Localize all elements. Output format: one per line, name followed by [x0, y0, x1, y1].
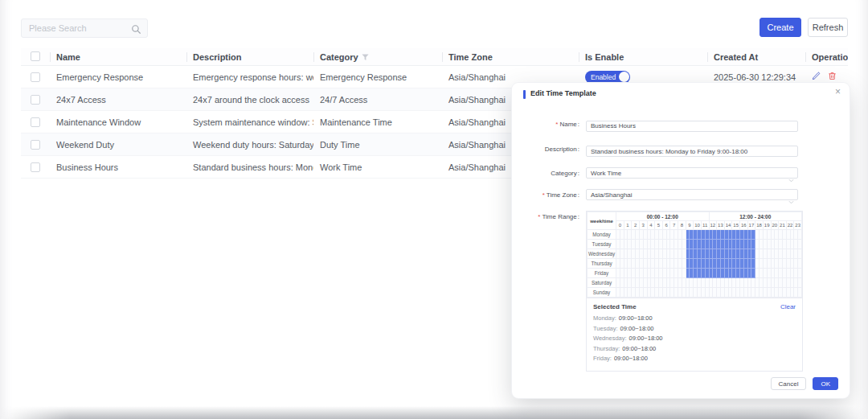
edit-time-template-modal: Edit Time Template × *Name: Description:… [512, 83, 850, 398]
time-cell[interactable] [798, 249, 802, 259]
clear-link[interactable]: Clear [780, 303, 796, 310]
grid-band-am: 00:00 - 12:00 [616, 212, 710, 221]
time-cell[interactable] [798, 269, 802, 278]
time-cell[interactable] [798, 259, 802, 269]
row-description: 24x7 around the clock access [186, 95, 313, 105]
row-checkbox[interactable] [31, 140, 40, 150]
grid-day-label: Monday [588, 230, 616, 240]
selected-time-panel: Selected Time Clear Monday:09:00~18:00Tu… [587, 298, 802, 371]
time-grid-table: week/time00:00 - 12:0012:00 - 24:0001234… [587, 212, 802, 298]
row-name: Business Hours [50, 162, 186, 172]
column-header-name: Name [50, 51, 186, 63]
row-checkbox-cell [21, 162, 50, 172]
column-header-category: Category [313, 51, 442, 63]
row-name: 24x7 Access [50, 95, 186, 105]
grid-hour-label: 2 [632, 221, 640, 230]
selected-time-title: Selected Time [593, 303, 637, 310]
row-category: Maintenance Time [313, 117, 442, 127]
category-select[interactable]: Work Time [586, 167, 798, 179]
selected-time-list: Monday:09:00~18:00Tuesday:09:00~18:00Wed… [593, 314, 796, 362]
create-button[interactable]: Create [760, 18, 801, 37]
row-checkbox-cell [21, 140, 50, 150]
row-checkbox[interactable] [31, 95, 40, 105]
description-field-row: Description: [518, 142, 838, 158]
row-category: Work Time [313, 162, 442, 172]
timezone-select[interactable]: Asia/Shanghai [586, 189, 798, 200]
title-accent-bar [523, 90, 526, 99]
description-field[interactable] [586, 146, 798, 157]
row-name: Maintenance Window [50, 117, 186, 127]
row-category: 24/7 Access [313, 95, 442, 105]
page: Create Refresh Name Description Category… [0, 0, 868, 419]
row-operation [805, 72, 848, 82]
grid-day-label: Sunday [588, 288, 616, 298]
grid-hour-label: 7 [670, 221, 678, 230]
name-field-row: *Name: [518, 117, 838, 132]
grid-hour-label: 12 [709, 221, 717, 230]
grid-hour-label: 15 [732, 221, 740, 230]
cancel-button[interactable]: Cancel [771, 377, 807, 390]
row-category: Duty Time [313, 140, 442, 150]
timezone-field-row: *Time Zone: Asia/Shanghai [518, 189, 838, 200]
search-box[interactable] [21, 18, 148, 38]
column-header-timezone: Time Zone [442, 51, 579, 63]
required-asterisk: * [555, 121, 558, 128]
category-field-row: Category: Work Time [518, 167, 838, 179]
time-cell[interactable] [798, 278, 802, 288]
grid-day-label: Thursday [588, 259, 616, 269]
time-cell[interactable] [798, 240, 802, 249]
grid-hour-label: 17 [747, 221, 755, 230]
time-range-picker: week/time00:00 - 12:0012:00 - 24:0001234… [586, 211, 803, 372]
grid-hour-label: 14 [724, 221, 732, 230]
grid-day-label: Saturday [588, 278, 616, 288]
table-header: Name Description Category Time Zone Is E… [21, 48, 848, 66]
time-range-field-row: *Time Range: week/time00:00 - 12:0012:00… [518, 211, 838, 372]
row-category: Emergency Response [313, 72, 442, 82]
grid-hour-label: 18 [755, 221, 764, 230]
row-checkbox-cell [21, 72, 50, 82]
column-header-createdat: Created At [707, 51, 805, 63]
grid-hour-label: 8 [678, 221, 686, 230]
delete-icon[interactable] [828, 72, 837, 82]
close-icon[interactable]: × [835, 87, 841, 97]
grid-hour-label: 11 [701, 221, 709, 230]
grid-hour-label: 6 [662, 221, 670, 230]
grid-day-label: Friday [588, 269, 616, 278]
grid-hour-label: 23 [794, 221, 802, 230]
grid-hour-label: 5 [655, 221, 663, 230]
row-description: Weekend duty hours: Saturday and S... [186, 140, 313, 150]
grid-hour-label: 19 [763, 221, 771, 230]
column-header-operation: Operation [805, 51, 848, 63]
grid-hour-label: 21 [779, 221, 787, 230]
grid-hour-label: 10 [694, 221, 702, 230]
select-all-checkbox[interactable] [31, 51, 40, 61]
grid-band-pm: 12:00 - 24:00 [709, 212, 802, 221]
row-name: Weekend Duty [50, 140, 186, 150]
chevron-down-icon [788, 193, 794, 207]
row-checkbox[interactable] [31, 117, 40, 127]
row-checkbox[interactable] [31, 162, 40, 172]
grid-day-label: Tuesday [588, 240, 616, 249]
selected-time-item: Wednesday:09:00~18:00 [593, 335, 796, 342]
edit-icon[interactable] [812, 72, 821, 82]
grid-hour-label: 20 [771, 221, 779, 230]
row-checkbox[interactable] [31, 72, 40, 82]
enable-toggle[interactable]: Enabled [585, 71, 630, 84]
column-header-description: Description [186, 51, 313, 63]
time-cell[interactable] [798, 288, 802, 298]
search-icon[interactable] [131, 23, 141, 38]
chevron-down-icon [788, 171, 794, 186]
refresh-button[interactable]: Refresh [808, 18, 848, 37]
grid-hour-label: 0 [616, 221, 624, 230]
selected-time-item: Monday:09:00~18:00 [593, 314, 796, 322]
page-bottom-shadow [0, 406, 868, 419]
time-cell[interactable] [798, 230, 802, 240]
row-description: Standard business hours: Monday to ... [186, 162, 313, 172]
ok-button[interactable]: OK [813, 377, 838, 390]
grid-corner-label: week/time [588, 212, 616, 230]
name-field[interactable] [586, 121, 798, 132]
search-input[interactable] [22, 19, 147, 37]
required-asterisk: * [538, 213, 540, 220]
row-isenable: Enabled [579, 71, 707, 84]
filter-icon[interactable] [362, 53, 369, 63]
